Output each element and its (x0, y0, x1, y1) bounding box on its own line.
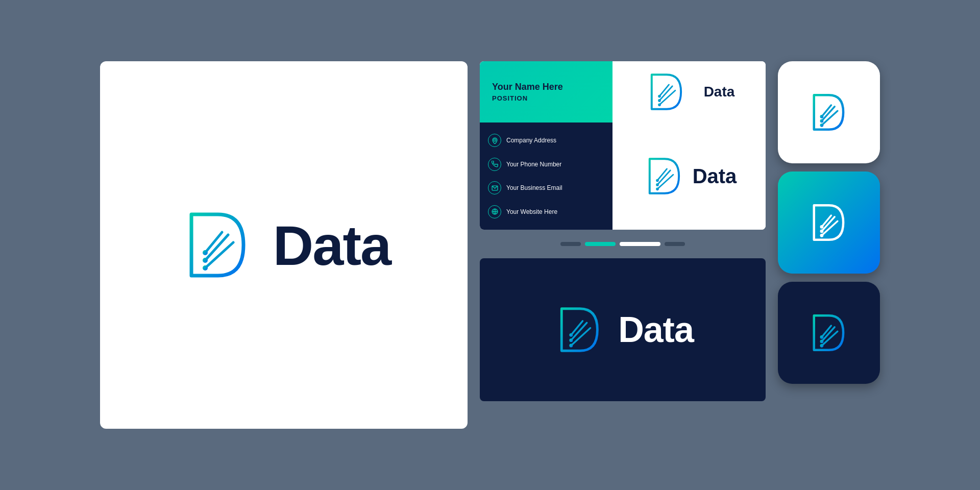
card-name-section: Your Name Here POSITION (480, 61, 612, 122)
dark-logo-text: Data (618, 309, 694, 350)
svg-point-37 (820, 230, 824, 233)
contact-email-text: Your Business Email (506, 184, 562, 191)
card-contact-section: Company Address Your Phone Number (480, 122, 612, 230)
svg-point-20 (656, 188, 659, 191)
svg-point-3 (203, 258, 208, 263)
svg-point-31 (820, 119, 824, 123)
contact-email-item: Your Business Email (488, 181, 604, 194)
svg-point-45 (820, 335, 824, 339)
card-top-logo-text: Data (704, 84, 735, 100)
card-position: POSITION (492, 94, 600, 102)
svg-point-21 (656, 179, 659, 182)
dot-3[interactable] (620, 242, 660, 246)
main-logo-group: Data (177, 204, 390, 286)
dark-logo-panel: Data (480, 258, 766, 401)
icon-card-gradient-d-icon (806, 200, 852, 246)
contact-website-item: Your Website Here (488, 205, 604, 218)
main-d-logo-icon (177, 204, 259, 286)
location-icon (488, 134, 501, 147)
svg-point-39 (820, 225, 824, 229)
icon-card-gradient (778, 172, 880, 274)
right-column (778, 61, 880, 384)
card-top-logo: Data (644, 69, 735, 115)
card-name: Your Name Here (492, 82, 600, 92)
card-top: Your Name Here POSITION (480, 61, 766, 122)
card-top-d-icon (644, 69, 690, 115)
svg-point-26 (570, 344, 573, 348)
card-top-logo-section: Data (612, 61, 766, 122)
middle-column: Your Name Here POSITION (480, 61, 766, 401)
business-card-panel: Your Name Here POSITION (480, 61, 766, 230)
svg-point-32 (820, 124, 824, 127)
svg-point-12 (494, 139, 496, 141)
large-logo-panel: Data (100, 61, 468, 429)
icon-card-white (778, 61, 880, 163)
pagination-area (480, 238, 766, 250)
contact-address-text: Company Address (506, 137, 556, 144)
icon-card-dark-d-icon (806, 310, 852, 356)
svg-point-27 (570, 333, 573, 337)
svg-point-25 (570, 338, 573, 342)
svg-point-10 (658, 104, 661, 107)
dot-4[interactable] (665, 242, 685, 246)
contact-address-item: Company Address (488, 134, 604, 147)
card-bottom: Company Address Your Phone Number (480, 122, 766, 230)
card-bottom-logo-section: Data (612, 122, 766, 230)
svg-point-38 (820, 234, 824, 237)
globe-icon (488, 205, 501, 218)
dark-logo-group: Data (552, 302, 694, 358)
svg-point-5 (203, 250, 208, 255)
dot-2[interactable] (585, 242, 616, 246)
card-bottom-d-icon (642, 153, 688, 199)
card-bottom-logo-text: Data (693, 165, 737, 188)
svg-point-43 (820, 340, 824, 344)
card-bottom-logo: Data (642, 153, 737, 199)
dot-1[interactable] (560, 242, 581, 246)
phone-icon (488, 158, 501, 171)
svg-point-4 (203, 265, 208, 271)
contact-website-text: Your Website Here (506, 208, 557, 215)
main-logo-text: Data (273, 213, 390, 278)
svg-point-9 (658, 99, 661, 102)
main-container: Data Your Name Here POSITION (85, 46, 895, 444)
svg-point-19 (656, 183, 659, 186)
icon-card-dark (778, 282, 880, 384)
svg-point-44 (820, 344, 824, 348)
email-icon (488, 181, 501, 194)
icon-card-white-d-icon (806, 89, 852, 135)
dark-panel-d-icon (552, 302, 608, 358)
svg-point-33 (820, 115, 824, 118)
svg-point-11 (658, 95, 661, 98)
contact-phone-item: Your Phone Number (488, 158, 604, 171)
contact-phone-text: Your Phone Number (506, 161, 561, 168)
